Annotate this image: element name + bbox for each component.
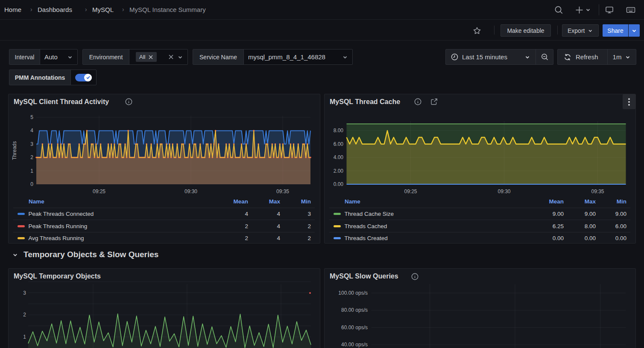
svg-text:80.00 ops/s: 80.00 ops/s bbox=[341, 307, 368, 313]
svg-text:1: 1 bbox=[30, 168, 33, 174]
svg-text:1: 1 bbox=[23, 334, 26, 340]
svg-text:60.00 ops/s: 60.00 ops/s bbox=[341, 325, 368, 331]
svg-text:2: 2 bbox=[23, 312, 26, 318]
svg-text:0.00: 0.00 bbox=[334, 181, 344, 187]
svg-text:09:25: 09:25 bbox=[93, 188, 105, 194]
svg-text:09:35: 09:35 bbox=[591, 188, 604, 194]
svg-text:09:30: 09:30 bbox=[184, 188, 197, 194]
svg-text:100.00 ops/s: 100.00 ops/s bbox=[338, 290, 368, 296]
svg-text:8.00: 8.00 bbox=[334, 128, 344, 133]
svg-text:Threads: Threads bbox=[12, 141, 18, 160]
svg-text:6.00: 6.00 bbox=[334, 141, 344, 147]
svg-text:4.00: 4.00 bbox=[334, 154, 344, 160]
svg-text:4: 4 bbox=[30, 128, 33, 133]
svg-text:09:30: 09:30 bbox=[498, 188, 510, 194]
svg-text:5: 5 bbox=[30, 114, 33, 120]
svg-text:3: 3 bbox=[23, 290, 26, 296]
svg-text:2: 2 bbox=[30, 154, 33, 160]
svg-text:3: 3 bbox=[30, 141, 33, 147]
svg-text:09:25: 09:25 bbox=[404, 188, 417, 194]
svg-text:09:35: 09:35 bbox=[276, 188, 289, 194]
svg-text:40.00 ops/s: 40.00 ops/s bbox=[341, 342, 368, 348]
svg-text:0: 0 bbox=[30, 181, 33, 187]
svg-text:2.00: 2.00 bbox=[334, 168, 344, 174]
